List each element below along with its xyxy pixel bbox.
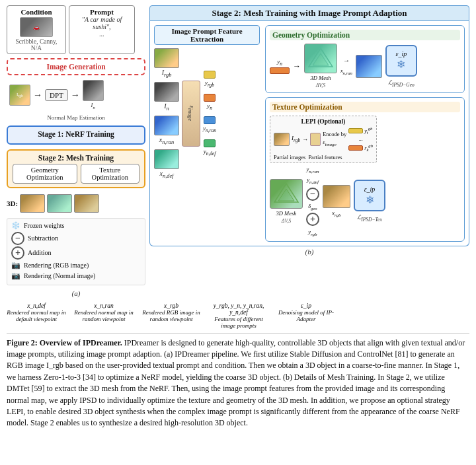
irgb-label-small: Irgb bbox=[17, 92, 23, 98]
yn-geo-label: yn bbox=[277, 58, 282, 67]
caption-heading: Figure 2: bbox=[7, 338, 38, 347]
irgb-img-left: Irgb bbox=[9, 85, 30, 106]
geo-mesh-sub: ΔV,S bbox=[316, 83, 326, 89]
caption-area: Figure 2: Overview of IPDreamer. IPDream… bbox=[7, 333, 469, 429]
tex-opt-box: Texture Optimization bbox=[81, 164, 139, 184]
normal-map-label: Normal Map Estimation bbox=[7, 114, 145, 121]
legend-block: ❄️ Frozen weights − Subtraction + Additi… bbox=[7, 218, 145, 285]
yndef-bar bbox=[204, 139, 216, 147]
cap-eps-desc: Denoising model of IP-Adapter bbox=[276, 309, 336, 322]
cap-xndef-item: x_n,def Rendered normal map in default v… bbox=[7, 303, 66, 329]
dpt-row: Irgb → DPT → In bbox=[7, 80, 145, 110]
svg-marker-1 bbox=[313, 54, 329, 65]
plus-icon: + bbox=[11, 246, 24, 260]
feat-extraction-main: Irgb In xn,ran bbox=[154, 48, 260, 179]
geo-mesh-img bbox=[304, 44, 337, 73]
dpt-arrow-left: → bbox=[33, 90, 42, 100]
camera-rgb-icon: 📷 bbox=[11, 261, 20, 270]
dpt-label: DPT bbox=[50, 91, 63, 99]
yn-out: yn bbox=[203, 94, 216, 111]
yn-geo-bar bbox=[270, 67, 290, 74]
geo-mesh-box: 3D Mesh ΔV,S bbox=[304, 44, 337, 89]
panel-a: Condition 🚗 Scribble, Canny, N/A Prompt … bbox=[7, 5, 145, 297]
yrgb-bar bbox=[204, 71, 216, 79]
irgb-feat-label: Irgb bbox=[162, 69, 172, 78]
tex-ops-col: yn,ran yn,def − δgeo + yrgb bbox=[306, 166, 319, 238]
cap-xrgb-label: x_rgb bbox=[164, 303, 178, 309]
geo-content: yn → bbox=[270, 44, 460, 89]
3d-img-3 bbox=[74, 194, 99, 213]
panel-b-label: (b) bbox=[149, 248, 469, 256]
geo-eps-box: ε_ip ❄ bbox=[385, 45, 417, 77]
cap-eps-label: ε_ip bbox=[301, 303, 311, 309]
caption-label-row: x_n,def Rendered normal map in default v… bbox=[7, 303, 469, 329]
opt-row: Geometry Optimization Texture Optimizati… bbox=[13, 164, 139, 184]
geo-snowflake: ❄ bbox=[397, 58, 405, 71]
prompt-text: "A car made of sushi", bbox=[73, 16, 131, 30]
lepi-label: LEPI (Optional) bbox=[274, 118, 373, 125]
lepi-row: LEPI (Optional) Irgb → Encode by εimage bbox=[270, 116, 460, 163]
feat-extract-title: Image Prompt Feature Extraction bbox=[154, 25, 260, 45]
in-feat-label: In bbox=[164, 102, 169, 112]
lepi-feat-bars: ytgb ... rkgb bbox=[348, 126, 373, 153]
cap-xndef-desc: Rendered normal map in default viewpoint bbox=[7, 309, 66, 322]
lepi-yrgb2-bar bbox=[348, 145, 363, 151]
dpt-arrow-right: → bbox=[71, 90, 80, 100]
in-img-left bbox=[83, 80, 104, 101]
3d-img-2 bbox=[47, 194, 72, 213]
cond-prompt-row: Condition 🚗 Scribble, Canny, N/A Prompt … bbox=[7, 5, 145, 54]
tex-eps-col: ε_ip ❄ ℒIPSD−Tex bbox=[354, 180, 385, 223]
tex-mesh-label: 3D Mesh bbox=[276, 210, 297, 217]
cap-xnran-item: x_n,ran Rendered normal map in random vi… bbox=[74, 303, 134, 329]
yndef-out-label: yn,def bbox=[204, 148, 216, 157]
xnran-feat-row: xn,ran bbox=[154, 116, 179, 145]
in-feat-img bbox=[154, 82, 179, 102]
ynran-tex-label: yn,ran bbox=[307, 166, 319, 174]
snowflake-icon: ❄️ bbox=[11, 221, 20, 231]
xndef-feat-row: xn,def bbox=[154, 149, 179, 179]
prompt-ellipsis: ... bbox=[73, 30, 131, 38]
yrgb-out: yrgb bbox=[203, 71, 216, 88]
stage1-block: Stage 1: NeRF Training bbox=[7, 125, 145, 145]
stage2-left-block: Stage 2: Mesh Training Geometry Optimiza… bbox=[7, 149, 145, 188]
tex-eps-box: ε_ip ❄ bbox=[354, 180, 385, 211]
tex-mesh-img bbox=[270, 179, 303, 209]
geo-opt-box: Geometry Optimization bbox=[13, 164, 77, 184]
lepi-content: Irgb → Encode by εimage bbox=[274, 126, 373, 153]
legend-addition: + Addition bbox=[11, 246, 141, 260]
xndef-feat-img bbox=[154, 149, 179, 169]
encode-label: Encode by bbox=[323, 131, 346, 137]
panel-a-label: (a) bbox=[7, 289, 145, 297]
cap-yrgb-label: y_rgb, y_n, y_n,ran, y_n,def bbox=[209, 303, 268, 316]
geo-loss-label: ℒIPSD−Geo bbox=[388, 79, 415, 88]
cap-xrgb-desc: Rendered RGB image in random viewpoint bbox=[141, 309, 201, 322]
condition-sub: Scribble, Canny, N/A bbox=[11, 38, 62, 52]
in-feat-row: In bbox=[154, 82, 179, 112]
legend-subtraction: − Subtraction bbox=[11, 232, 141, 245]
stage2-content: Image Prompt Feature Extraction Irgb In bbox=[149, 21, 469, 246]
legend-render-normal: 📷 Rendering (Normal image) bbox=[11, 271, 141, 281]
plus-node-tex: + bbox=[306, 213, 319, 226]
cap-yrgb-item: y_rgb, y_n, y_n,ran, y_n,def Features of… bbox=[209, 303, 268, 329]
tex-title: Texture Optimization bbox=[270, 102, 460, 112]
legend-frozen: ❄️ Frozen weights bbox=[11, 221, 141, 231]
lepi-irgb-label: Irgb bbox=[292, 135, 300, 143]
3d-label: 3D: bbox=[7, 199, 18, 207]
yrgb-tex-label: yrgb bbox=[308, 229, 317, 237]
xrgb-tex-box: xrgb bbox=[323, 185, 350, 218]
lepi-box: LEPI (Optional) Irgb → Encode by εimage bbox=[270, 116, 377, 163]
img-gen-block: Image Generation bbox=[7, 58, 145, 75]
svg-marker-3 bbox=[278, 189, 294, 201]
xrgb-tex-img bbox=[323, 185, 350, 208]
eimage-label2: εimage bbox=[323, 139, 346, 147]
cap-eps-item: ε_ip Denoising model of IP-Adapter bbox=[276, 303, 336, 329]
e-image-label: εimage bbox=[187, 106, 195, 121]
prompt-title: Prompt bbox=[73, 8, 131, 16]
cap-xrgb-item: x_rgb Rendered RGB image in random viewp… bbox=[141, 303, 201, 329]
geo-eps-label: ε_ip bbox=[395, 50, 407, 57]
stage1-title: Stage 1: NeRF Training bbox=[13, 130, 139, 138]
rendering-rgb-label: Rendering (RGB image) bbox=[24, 262, 89, 269]
rendering-normal-label: Rendering (Normal image) bbox=[24, 272, 95, 279]
lepi-encode-box bbox=[310, 133, 321, 146]
condition-image: 🚗 bbox=[20, 17, 53, 37]
